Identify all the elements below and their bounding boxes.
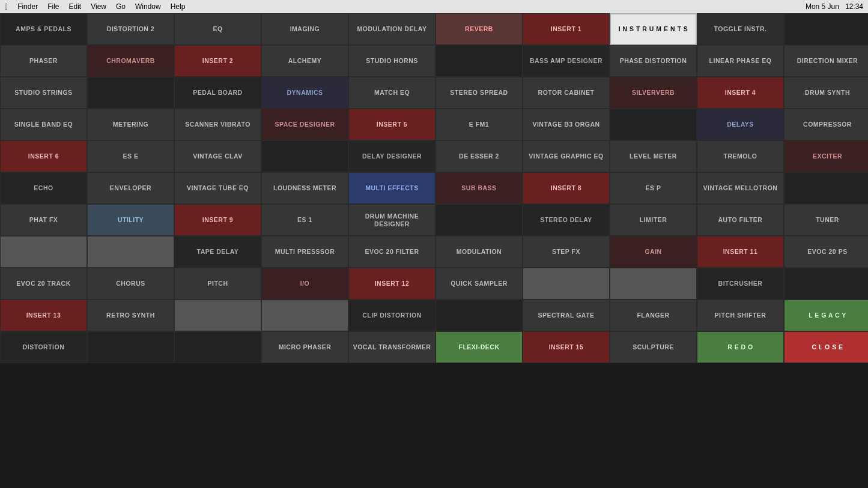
grid-cell-r14-c5[interactable]: FLEXI-DECK (436, 331, 523, 363)
grid-cell-r6-c3[interactable]: LEVEL METER (610, 140, 697, 172)
grid-cell-r11-c9[interactable] (610, 268, 697, 300)
grid-cell-r4-c7[interactable]: E FM1 (436, 109, 523, 140)
grid-cell-r1-c7[interactable]: ALCHEMY (261, 45, 348, 77)
grid-cell-r6-c2[interactable]: VINTAGE GRAPHIC EQ (523, 140, 610, 172)
grid-cell-r8-c6[interactable]: INSERT 9 (174, 204, 261, 236)
grid-cell-r14-c6[interactable]: INSERT 15 (523, 331, 610, 363)
grid-cell-r5-c0[interactable]: DELAYS (697, 109, 784, 140)
grid-cell-r8-c9[interactable] (436, 204, 523, 236)
grid-cell-r3-c7[interactable]: DRUM SYNTH (784, 77, 868, 109)
grid-cell-r9-c3[interactable]: TUNER (784, 204, 868, 236)
apple-menu[interactable]:  (5, 2, 8, 11)
grid-cell-r0-c3[interactable]: IMAGING (261, 13, 348, 45)
menu-view[interactable]: View (91, 2, 106, 11)
grid-cell-r14-c1[interactable] (87, 331, 174, 363)
grid-cell-r3-c5[interactable]: SILVERVERB (610, 77, 697, 109)
grid-cell-r6-c0[interactable]: DELAY DESIGNER (348, 140, 436, 172)
grid-cell-r7-c6[interactable]: INSERT 8 (523, 172, 610, 204)
grid-cell-r12-c1[interactable] (784, 268, 868, 300)
grid-cell-r5-c8[interactable]: VINTAGE CLAV (174, 140, 261, 172)
grid-cell-r0-c7[interactable]: I N S T R U M E N T S (610, 13, 697, 45)
grid-cell-r3-c0[interactable]: PEDAL BOARD (174, 77, 261, 109)
grid-cell-r3-c1[interactable]: DYNAMICS (261, 77, 348, 109)
grid-cell-r14-c9[interactable]: C L O S E (784, 331, 868, 363)
menu-file[interactable]: File (47, 2, 59, 11)
grid-cell-r9-c9[interactable] (87, 236, 174, 268)
grid-cell-r14-c8[interactable]: R E D O (697, 331, 784, 363)
grid-cell-r5-c1[interactable]: COMPRESSOR (784, 109, 868, 140)
grid-cell-r4-c6[interactable]: INSERT 5 (348, 109, 436, 140)
grid-cell-r7-c3[interactable]: LOUDNESS METER (261, 172, 348, 204)
grid-cell-r8-c8[interactable]: DRUM MACHINE DESIGNER (348, 204, 436, 236)
grid-cell-r4-c3[interactable]: METERING (87, 109, 174, 140)
grid-cell-r9-c8[interactable] (0, 236, 87, 268)
grid-cell-r2-c8[interactable]: STUDIO STRINGS (0, 77, 87, 109)
grid-cell-r14-c3[interactable]: MICRO PHASER (261, 331, 348, 363)
grid-cell-r11-c3[interactable]: CHORUS (87, 268, 174, 300)
grid-cell-r2-c3[interactable]: DIRECTION MIXER (784, 45, 868, 77)
grid-cell-r3-c3[interactable]: STEREO SPREAD (436, 77, 523, 109)
grid-cell-r0-c8[interactable]: TOGGLE INSTR. (697, 13, 784, 45)
grid-cell-r11-c6[interactable]: INSERT 12 (348, 268, 436, 300)
grid-cell-r2-c9[interactable] (87, 77, 174, 109)
grid-cell-r7-c0[interactable]: ECHO (0, 172, 87, 204)
grid-cell-r9-c2[interactable]: AUTO FILTER (697, 204, 784, 236)
grid-cell-r8-c5[interactable]: UTILITY (87, 204, 174, 236)
grid-cell-r10-c0[interactable]: TAPE DELAY (174, 236, 261, 268)
grid-cell-r11-c4[interactable]: PITCH (174, 268, 261, 300)
grid-cell-r7-c8[interactable]: VINTAGE MELLOTRON (697, 172, 784, 204)
grid-cell-r1-c4[interactable]: PHASER (0, 45, 87, 77)
grid-cell-r7-c1[interactable]: ENVELOPER (87, 172, 174, 204)
grid-cell-r10-c4[interactable]: STEP FX (523, 236, 610, 268)
grid-cell-r10-c1[interactable]: MULTI PRESSSOR (261, 236, 348, 268)
grid-cell-r6-c4[interactable]: TREMOLO (697, 140, 784, 172)
grid-cell-r7-c7[interactable]: ES P (610, 172, 697, 204)
grid-cell-r0-c4[interactable]: MODULATION DELAY (348, 13, 436, 45)
grid-cell-r13-c2[interactable]: SPECTRAL GATE (523, 300, 610, 331)
grid-cell-r7-c5[interactable]: SUB BASS (436, 172, 523, 204)
grid-cell-r2-c0[interactable]: BASS AMP DESIGNER (523, 45, 610, 77)
grid-cell-r3-c6[interactable]: INSERT 4 (697, 77, 784, 109)
grid-cell-r10-c3[interactable]: MODULATION (436, 236, 523, 268)
grid-cell-r12-c8[interactable] (174, 300, 261, 331)
grid-cell-r13-c5[interactable]: L E G A C Y (784, 300, 868, 331)
menu-go[interactable]: Go (116, 2, 126, 11)
menu-finder[interactable]: Finder (17, 2, 38, 11)
grid-cell-r1-c6[interactable]: INSERT 2 (174, 45, 261, 77)
grid-cell-r12-c7[interactable]: RETRO SYNTH (87, 300, 174, 331)
grid-cell-r14-c0[interactable]: DISTORTION (0, 331, 87, 363)
grid-cell-r13-c4[interactable]: PITCH SHIFTER (697, 300, 784, 331)
grid-cell-r4-c8[interactable]: VINTAGE B3 ORGAN (523, 109, 610, 140)
grid-cell-r14-c2[interactable]: SPECTRAL GATE (174, 331, 261, 363)
grid-cell-r10-c7[interactable]: EVOC 20 PS (784, 236, 868, 268)
grid-cell-r5-c9[interactable] (261, 140, 348, 172)
grid-cell-r11-c2[interactable]: EVOC 20 TRACK (0, 268, 87, 300)
grid-cell-r2-c1[interactable]: PHASE DISTORTION (610, 45, 697, 77)
grid-cell-r5-c7[interactable]: ES E (87, 140, 174, 172)
grid-cell-r0-c9[interactable] (784, 13, 868, 45)
menu-window[interactable]: Window (135, 2, 161, 11)
grid-cell-r11-c8[interactable] (523, 268, 610, 300)
grid-cell-r3-c4[interactable]: ROTOR CABINET (523, 77, 610, 109)
grid-cell-r4-c5[interactable]: SPACE DESIGNER (261, 109, 348, 140)
grid-cell-r5-c6[interactable]: INSERT 6 (0, 140, 87, 172)
grid-cell-r13-c1[interactable] (436, 300, 523, 331)
grid-cell-r6-c5[interactable]: EXCITER (784, 140, 868, 172)
grid-cell-r10-c6[interactable]: INSERT 11 (697, 236, 784, 268)
grid-cell-r10-c5[interactable]: GAIN (610, 236, 697, 268)
grid-cell-r3-c2[interactable]: MATCH EQ (348, 77, 436, 109)
grid-cell-r14-c4[interactable]: VOCAL TRANSFORMER (348, 331, 436, 363)
grid-cell-r1-c8[interactable]: STUDIO HORNS (348, 45, 436, 77)
menu-help[interactable]: Help (171, 2, 186, 11)
grid-cell-r0-c5[interactable]: REVERB (436, 13, 523, 45)
grid-cell-r9-c0[interactable]: STEREO DELAY (523, 204, 610, 236)
grid-cell-r1-c5[interactable]: CHROMAVERB (87, 45, 174, 77)
grid-cell-r0-c2[interactable]: EQ (174, 13, 261, 45)
grid-cell-r12-c9[interactable] (261, 300, 348, 331)
grid-cell-r4-c4[interactable]: SCANNER VIBRATO (174, 109, 261, 140)
menu-edit[interactable]: Edit (68, 2, 81, 11)
grid-cell-r0-c1[interactable]: DISTORTION 2 (87, 13, 174, 45)
grid-cell-r10-c2[interactable]: EVOC 20 FILTER (348, 236, 436, 268)
grid-cell-r6-c1[interactable]: DE ESSER 2 (436, 140, 523, 172)
grid-cell-r8-c7[interactable]: ES 1 (261, 204, 348, 236)
